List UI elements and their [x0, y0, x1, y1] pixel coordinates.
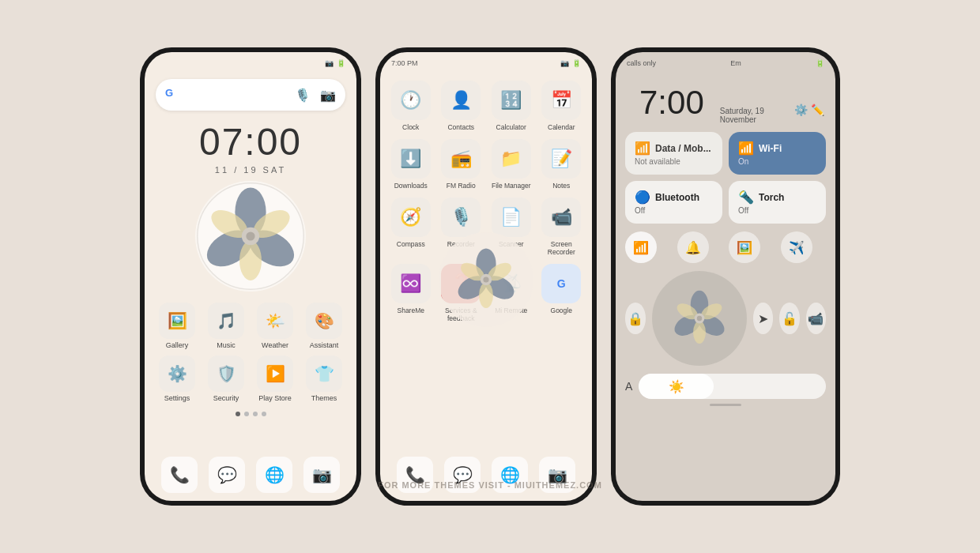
- tile-data-name: Data / Mob...: [655, 143, 711, 154]
- search-action-icons: 🎙️ 📷: [295, 88, 336, 103]
- screen-1: 📷 🔋 G 🎙️ 📷 07:00 11 / 19 SAT: [145, 52, 356, 501]
- quick-airplane-icon[interactable]: ✈️: [781, 231, 812, 263]
- control-clock: 7:00: [627, 77, 717, 122]
- themes-icon: 👕: [306, 356, 342, 392]
- brightness-a-label: A: [625, 380, 632, 393]
- quick-wifi-icon[interactable]: 📶: [625, 231, 657, 263]
- google-search-bar[interactable]: G 🎙️ 📷: [156, 79, 345, 111]
- app-calendar[interactable]: 📅 Calendar: [541, 81, 583, 131]
- app-calculator[interactable]: 🔢 Calculator: [490, 81, 533, 131]
- dock-camera[interactable]: 📷: [303, 457, 340, 493]
- shareme-label: ShareMe: [398, 307, 425, 314]
- settings-icon: ⚙️: [159, 356, 195, 392]
- em-label: Em: [730, 59, 741, 67]
- assistant-label: Assistant: [310, 341, 339, 349]
- dock2-browser[interactable]: 🌐: [492, 457, 528, 493]
- app-notes[interactable]: 📝 Notes: [541, 139, 583, 190]
- app-fmradio[interactable]: 📻 FM Radio: [440, 139, 483, 190]
- quick-cast-icon[interactable]: 🖼️: [729, 231, 760, 263]
- dock2-camera[interactable]: 📷: [539, 457, 575, 493]
- phone-1: 📷 🔋 G 🎙️ 📷 07:00 11 / 19 SAT: [140, 47, 361, 506]
- dock2-phone[interactable]: 📞: [397, 457, 433, 493]
- app-filemanager[interactable]: 📁 File Manager: [490, 139, 533, 190]
- screenrecorder-icon: 📹: [541, 198, 581, 237]
- google-icon: G: [541, 264, 581, 303]
- fan-widget-3: [652, 271, 747, 366]
- contacts-icon: 👤: [441, 81, 481, 120]
- fmradio-icon: 📻: [441, 139, 481, 179]
- app-miremote[interactable]: 📡 Mi Remote: [490, 264, 533, 322]
- battery-icon-2: 🔋: [572, 59, 581, 67]
- tile-data[interactable]: 📶 Data / Mob... Not available: [625, 132, 722, 175]
- lens-icon[interactable]: 📷: [320, 88, 336, 103]
- dot-1: [236, 412, 240, 416]
- calculator-icon: 🔢: [492, 81, 531, 120]
- clock-settings-icon[interactable]: ⚙️: [794, 103, 808, 116]
- quick-video-icon[interactable]: 📹: [806, 303, 827, 334]
- mic-icon[interactable]: 🎙️: [295, 88, 311, 103]
- dock-messages[interactable]: 💬: [209, 457, 245, 493]
- services-label: Services & feedback: [440, 307, 483, 322]
- calendar-icon: 📅: [541, 81, 581, 120]
- app-scanner[interactable]: 📄 Scanner: [490, 198, 533, 256]
- playstore-label: Play Store: [258, 394, 292, 402]
- brightness-fill: ☀️: [639, 374, 714, 399]
- bluetooth-icon: 🔵: [635, 190, 650, 205]
- app-music[interactable]: 🎵 Music: [205, 303, 247, 349]
- dock-browser[interactable]: 🌐: [256, 457, 292, 493]
- app-compass[interactable]: 🧭 Compass: [390, 198, 432, 256]
- torch-icon: 🔦: [738, 190, 754, 205]
- app-services[interactable]: ❓ Services & feedback: [440, 264, 483, 322]
- screen-3: calls only Em 🔋 7:00 Saturday, 19 Novemb…: [616, 52, 835, 501]
- tile-bluetooth-top: 🔵 Bluetooth: [635, 190, 713, 205]
- app-weather[interactable]: 🌤️ Weather: [254, 303, 296, 349]
- clock-widget: 07:00 11 / 19 SAT: [145, 120, 356, 175]
- bottom-dock-2: 📞 💬 🌐 📷: [391, 457, 581, 493]
- app-recorder[interactable]: 🎙️ Recorder: [440, 198, 483, 256]
- tile-torch-status: Off: [738, 206, 816, 215]
- dot-2: [244, 412, 249, 416]
- google-label: Google: [551, 307, 572, 314]
- app-shareme[interactable]: ♾️ ShareMe: [390, 264, 432, 322]
- app-settings[interactable]: ⚙️ Settings: [156, 356, 198, 402]
- app-playstore[interactable]: ▶️ Play Store: [254, 356, 296, 402]
- quick-bell-icon[interactable]: 🔔: [677, 231, 709, 263]
- app-gallery[interactable]: 🖼️ Gallery: [156, 303, 198, 349]
- tile-wifi[interactable]: 📶 Wi-Fi On: [729, 132, 826, 175]
- quick-lock-icon[interactable]: 🔒: [625, 303, 646, 334]
- camera-status-2: 📷: [560, 59, 569, 67]
- dock2-messages[interactable]: 💬: [444, 457, 481, 493]
- app-downloads[interactable]: ⬇️ Downloads: [390, 139, 432, 190]
- fan-widget-1: [145, 181, 356, 292]
- separator: [710, 404, 741, 406]
- tile-torch[interactable]: 🔦 Torch Off: [729, 181, 826, 224]
- dock-phone[interactable]: 📞: [161, 457, 198, 493]
- status-icons-2: 📷 🔋: [560, 59, 581, 67]
- app-clock[interactable]: 🕐 Clock: [390, 81, 432, 131]
- tile-bluetooth[interactable]: 🔵 Bluetooth Off: [625, 181, 722, 224]
- app-assistant[interactable]: 🎨 Assistant: [303, 303, 345, 349]
- data-icon: 📶: [635, 141, 650, 156]
- app-google[interactable]: G Google: [541, 264, 583, 322]
- fmradio-label: FM Radio: [447, 182, 476, 190]
- quick-icon-row-1: 📶 🔔 🖼️ ✈️: [616, 228, 835, 266]
- calculator-label: Calculator: [496, 123, 526, 131]
- battery-icon: 🔋: [337, 59, 345, 67]
- app-screenrecorder[interactable]: 📹 Screen Recorder: [541, 198, 583, 256]
- page-dots: [145, 412, 356, 416]
- calls-only-label: calls only: [627, 59, 656, 67]
- themes-label: Themes: [311, 394, 337, 402]
- quick-privacy-icon[interactable]: 🔓: [779, 303, 800, 334]
- status-icons-3: 🔋: [816, 59, 824, 67]
- tile-torch-top: 🔦 Torch: [738, 190, 816, 205]
- quick-location-icon[interactable]: ➤: [753, 303, 774, 334]
- settings-label: Settings: [164, 394, 190, 402]
- control-date-label: Saturday, 19 November: [720, 107, 791, 124]
- brightness-slider[interactable]: ☀️: [639, 374, 826, 399]
- status-time-2: 7:00 PM: [391, 59, 418, 67]
- app-themes[interactable]: 👕 Themes: [303, 356, 345, 402]
- app-security[interactable]: 🛡️ Security: [205, 356, 247, 402]
- weather-icon: 🌤️: [257, 303, 293, 339]
- edit-icon[interactable]: ✏️: [811, 103, 824, 116]
- app-contacts[interactable]: 👤 Contacts: [440, 81, 483, 131]
